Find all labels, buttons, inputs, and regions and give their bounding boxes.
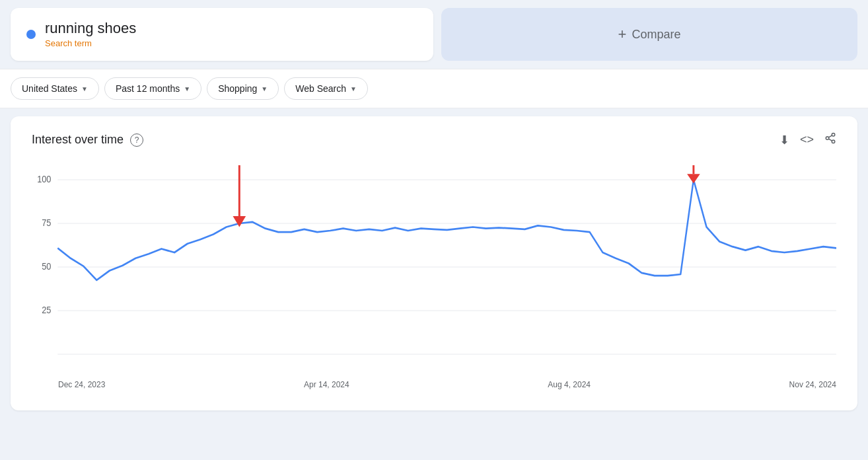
download-icon[interactable]: ⬇	[779, 133, 789, 147]
x-label-1: Dec 24, 2023	[58, 380, 105, 389]
svg-point-0	[832, 134, 835, 137]
search-term-color-dot	[26, 30, 36, 39]
category-filter-label: Shopping	[218, 83, 257, 94]
svg-marker-17	[687, 174, 700, 183]
chart-container: 100 75 50 25	[32, 158, 836, 376]
svg-line-4	[828, 135, 832, 137]
chart-header: Interest over time ? ⬇ <>	[32, 132, 836, 147]
svg-line-3	[828, 139, 832, 141]
compare-card[interactable]: + Compare	[441, 8, 857, 61]
region-filter-button[interactable]: United States ▼	[11, 77, 99, 100]
compare-label: Compare	[632, 28, 680, 42]
chart-title: Interest over time	[32, 133, 124, 147]
chart-section: Interest over time ? ⬇ <> 100	[11, 116, 857, 410]
svg-point-2	[832, 140, 835, 143]
embed-icon[interactable]: <>	[800, 133, 814, 147]
x-axis-labels: Dec 24, 2023 Apr 14, 2024 Aug 4, 2024 No…	[32, 376, 836, 389]
region-filter-label: United States	[22, 83, 77, 94]
interest-chart: 100 75 50 25	[32, 158, 836, 376]
period-filter-label: Past 12 months	[116, 83, 180, 94]
svg-text:75: 75	[42, 218, 51, 229]
x-label-2: Apr 14, 2024	[304, 380, 349, 389]
svg-text:25: 25	[42, 305, 51, 316]
period-filter-button[interactable]: Past 12 months ▼	[104, 77, 201, 100]
share-icon[interactable]	[824, 132, 836, 147]
red-arrow-2	[687, 165, 700, 184]
type-filter-button[interactable]: Web Search ▼	[284, 77, 368, 100]
search-term-title: running shoes	[45, 20, 136, 37]
category-chevron-icon: ▼	[261, 85, 268, 93]
chart-actions: ⬇ <>	[779, 132, 836, 147]
red-arrow-1	[233, 165, 246, 227]
type-chevron-icon: ▼	[350, 85, 357, 93]
x-label-3: Aug 4, 2024	[548, 380, 591, 389]
type-filter-label: Web Search	[295, 83, 346, 94]
region-chevron-icon: ▼	[81, 85, 88, 93]
svg-text:50: 50	[42, 262, 51, 272]
top-section: running shoes Search term + Compare	[0, 0, 868, 69]
period-chevron-icon: ▼	[184, 85, 190, 93]
svg-point-1	[826, 137, 829, 140]
search-term-type: Search term	[45, 38, 92, 48]
chart-title-group: Interest over time ?	[32, 133, 143, 147]
category-filter-button[interactable]: Shopping ▼	[207, 77, 279, 100]
filters-bar: United States ▼ Past 12 months ▼ Shoppin…	[0, 69, 868, 108]
compare-plus-icon: +	[618, 26, 627, 43]
search-term-card: running shoes Search term	[11, 8, 433, 61]
search-term-info: running shoes Search term	[45, 20, 136, 49]
x-label-4: Nov 24, 2024	[789, 380, 836, 389]
help-icon[interactable]: ?	[130, 134, 143, 147]
svg-text:100: 100	[37, 174, 51, 185]
